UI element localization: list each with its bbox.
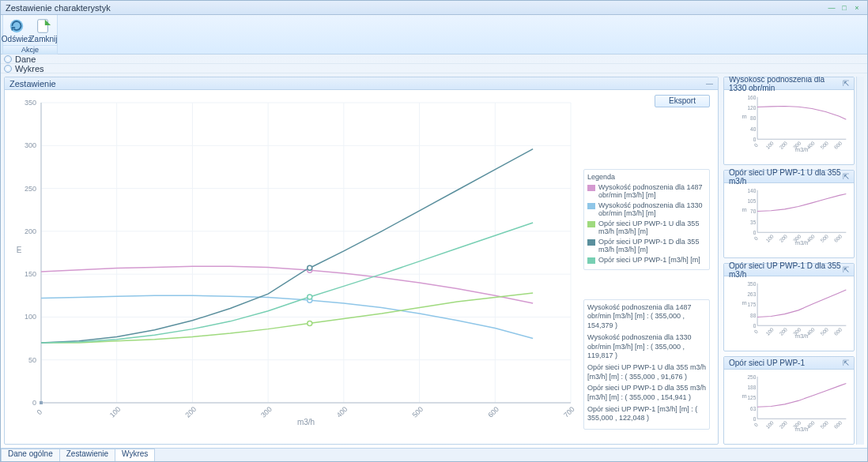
svg-text:100: 100 [764, 140, 775, 150]
svg-text:0: 0 [753, 416, 757, 422]
svg-text:300: 300 [259, 405, 274, 419]
main-chart: 0501001502002503003500100200300400500600… [9, 95, 579, 426]
svg-text:m3/h: m3/h [795, 239, 808, 246]
svg-text:105: 105 [747, 198, 756, 204]
svg-text:88: 88 [750, 313, 757, 318]
svg-text:0: 0 [753, 137, 757, 142]
tooltip-row: Wysokość podnoszenia dla 1487 obr/min [m… [587, 303, 706, 331]
svg-text:200: 200 [183, 405, 198, 419]
side-panel-head: Wysokość podnoszenia dla 1330 obr/min⇱ [724, 77, 854, 90]
legend-label: Opór sieci UP PWP-1 [m3/h] [m] [598, 256, 700, 264]
svg-text:0: 0 [753, 329, 760, 335]
expand-icon[interactable]: ⇱ [843, 172, 849, 181]
side-panel-head: Opór sieci UP PWP-1⇱ [724, 357, 854, 370]
scrollbar[interactable] [856, 77, 864, 445]
svg-text:63: 63 [750, 406, 757, 411]
svg-text:500: 500 [819, 140, 829, 150]
legend-label: Wysokość podnoszenia dla 1330 obr/min [m… [598, 201, 706, 217]
svg-text:600: 600 [833, 140, 843, 150]
svg-text:0: 0 [753, 422, 760, 428]
tab[interactable]: Dane ogólne [1, 449, 60, 461]
svg-text:120: 120 [747, 105, 756, 111]
svg-text:m3/h: m3/h [795, 426, 808, 433]
side-panel-head: Opór sieci UP PWP-1 D dla 355 m3/h⇱ [724, 264, 854, 276]
svg-text:500: 500 [819, 419, 829, 430]
legend-item: Opór sieci UP PWP-1 [m3/h] [m] [587, 256, 706, 264]
svg-text:E: E [17, 246, 22, 254]
mini-chart: 035701051400100200300400500600mm3/h [740, 186, 849, 246]
expand-icon[interactable]: ⇱ [843, 265, 849, 274]
collapse-icon[interactable]: — [706, 80, 713, 88]
ribbon: Odśwież Zamknij Akcje [1, 15, 867, 54]
side-panel-head: Opór sieci UP PWP-1 U dla 355 m3/h⇱ [724, 171, 854, 183]
titlebar: Zestawienie charakterystyk — □ × [1, 1, 867, 15]
content-area: Zestawienie — Eksport 050100150200250300… [1, 73, 867, 448]
svg-text:m: m [742, 206, 746, 213]
side-chart-panel: Opór sieci UP PWP-1 D dla 355 m3/h⇱08817… [723, 263, 855, 351]
side-chart-panel: Opór sieci UP PWP-1⇱06312518825001002003… [723, 356, 855, 445]
expand-icon[interactable]: ⇱ [843, 359, 849, 367]
section-dane-label: Dane [15, 54, 36, 64]
close-label: Zamknij [30, 35, 58, 43]
svg-text:200: 200 [25, 227, 36, 235]
svg-text:263: 263 [747, 291, 756, 297]
svg-text:200: 200 [779, 419, 789, 430]
svg-text:600: 600 [833, 419, 843, 430]
main-chart-area[interactable]: Eksport 05010015020025030035001002003004… [5, 90, 718, 444]
close-window-button[interactable]: × [851, 3, 862, 13]
svg-text:m: m [742, 393, 746, 400]
section-wykres-header[interactable]: Wykres [1, 64, 867, 73]
section-wykres-label: Wykres [15, 64, 44, 73]
side-chart-area[interactable]: 035701051400100200300400500600mm3/h [724, 183, 854, 257]
legend-item: Opór sieci UP PWP-1 U dla 355 m3/h [m3/h… [587, 220, 706, 235]
refresh-button[interactable]: Odśwież [3, 16, 30, 45]
export-button[interactable]: Eksport [655, 95, 710, 107]
svg-text:m: m [742, 113, 746, 120]
maximize-button[interactable]: □ [839, 3, 850, 13]
expand-icon[interactable]: ⇱ [843, 79, 849, 88]
legend-item: Wysokość podnoszenia dla 1487 obr/min [m… [587, 183, 706, 199]
svg-text:700: 700 [562, 405, 576, 419]
right-pane: Wysokość podnoszenia dla 1330 obr/min⇱04… [723, 77, 864, 445]
legend-swatch [587, 221, 595, 227]
mini-chart: 0631251882500100200300400500600mm3/h [740, 373, 849, 433]
svg-text:200: 200 [779, 326, 789, 336]
svg-text:100: 100 [764, 326, 775, 336]
side-chart-area[interactable]: 0631251882500100200300400500600mm3/h [724, 370, 854, 444]
svg-text:m3/h: m3/h [795, 332, 808, 340]
svg-text:70: 70 [750, 208, 757, 214]
legend-item: Opór sieci UP PWP-1 D dla 355 m3/h [m3/h… [587, 238, 706, 254]
mini-chart: 0881752633500100200300400500600mm3/h [740, 280, 849, 340]
minimize-button[interactable]: — [826, 3, 837, 13]
svg-point-41 [308, 265, 312, 270]
crosshair-tooltip: Wysokość podnoszenia dla 1487 obr/min [m… [583, 299, 710, 430]
svg-text:0: 0 [753, 142, 760, 148]
side-chart-panel: Wysokość podnoszenia dla 1330 obr/min⇱04… [723, 77, 855, 165]
close-icon [35, 17, 52, 35]
svg-text:600: 600 [833, 233, 843, 243]
tooltip-row: Opór sieci UP PWP-1 [m3/h] [m] : ( 355,0… [587, 405, 706, 423]
svg-text:200: 200 [779, 140, 789, 150]
svg-text:0: 0 [753, 235, 760, 242]
legend-swatch [587, 185, 595, 191]
svg-text:600: 600 [833, 326, 843, 336]
svg-text:200: 200 [779, 233, 789, 243]
panel-title: Zestawienie [9, 79, 56, 88]
svg-text:125: 125 [747, 395, 756, 400]
svg-text:250: 250 [747, 374, 756, 380]
side-chart-area[interactable]: 0881752633500100200300400500600mm3/h [724, 276, 854, 351]
svg-text:160: 160 [747, 95, 756, 100]
svg-text:250: 250 [25, 185, 36, 193]
svg-point-40 [308, 321, 312, 325]
section-dane-header[interactable]: Dane [1, 54, 867, 64]
tab[interactable]: Zestawienie [59, 449, 115, 461]
svg-text:500: 500 [819, 326, 829, 336]
svg-text:40: 40 [750, 126, 757, 132]
svg-rect-43 [40, 401, 43, 404]
tab[interactable]: Wykres [115, 449, 155, 461]
side-chart-area[interactable]: 040801201600100200300400500600mm3/h [724, 90, 854, 164]
mini-chart: 040801201600100200300400500600mm3/h [740, 93, 849, 153]
legend-title: Legenda [587, 173, 706, 181]
legend-label: Opór sieci UP PWP-1 D dla 355 m3/h [m3/h… [598, 238, 706, 254]
close-button[interactable]: Zamknij [30, 16, 57, 45]
